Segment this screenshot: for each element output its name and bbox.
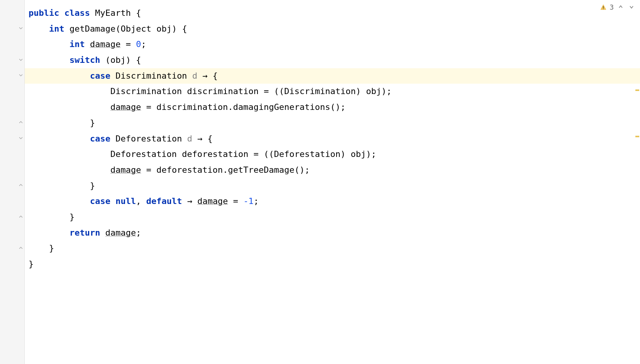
method-name: getDamage (69, 24, 115, 34)
equals: = (141, 165, 156, 175)
variable: damage (90, 39, 120, 49)
variable: deforestation (182, 149, 248, 159)
rest: ) obj); (356, 86, 392, 96)
warning-count: 3 (610, 3, 614, 11)
fold-marker[interactable] (18, 57, 24, 62)
fold-marker[interactable] (18, 72, 24, 78)
svg-rect-1 (603, 8, 604, 9)
code-line[interactable]: switch (obj) { (25, 52, 640, 68)
svg-rect-0 (603, 6, 604, 8)
pattern-variable: d (187, 134, 192, 143)
variable: damage (197, 196, 228, 206)
arrow: → { (192, 134, 213, 143)
type-name: Deforestation (115, 134, 182, 143)
brace: { (131, 8, 141, 18)
code-line[interactable]: int damage = 0; (25, 37, 640, 52)
cast-type: Discrimination (284, 86, 356, 96)
number-literal: 0 (136, 39, 141, 49)
keyword-int: int (49, 24, 64, 34)
param-type: Object (120, 24, 151, 34)
semicolon: ; (141, 39, 146, 49)
semicolon: ; (136, 228, 141, 238)
fold-marker[interactable] (18, 182, 24, 188)
inspection-bar: 3 (600, 3, 635, 11)
arrow: → (182, 196, 197, 206)
type-name: Deforestation (110, 149, 177, 159)
code-line[interactable]: } (25, 256, 640, 272)
fold-marker[interactable] (18, 135, 24, 141)
keyword-switch: switch (69, 55, 100, 65)
dot: . (223, 165, 228, 175)
keyword-public: public (29, 8, 59, 18)
variable: damage (105, 228, 136, 238)
keyword-int: int (69, 39, 85, 49)
rest: (); (295, 165, 310, 175)
rest: ) obj); (340, 149, 376, 159)
code-line[interactable]: } (25, 209, 640, 225)
brace: } (29, 259, 34, 269)
keyword-return: return (69, 228, 100, 238)
keyword-class: class (64, 8, 90, 18)
code-line[interactable]: Discrimination discrimination = ((Discri… (25, 84, 640, 99)
fold-marker[interactable] (18, 214, 24, 219)
brace: ) { (172, 24, 187, 34)
object-ref: discrimination (156, 102, 228, 112)
code-line[interactable]: } (25, 115, 640, 131)
equals: = (141, 102, 156, 112)
method-call: damagingGenerations (233, 102, 330, 112)
keyword-default: default (146, 196, 182, 206)
equals: = (228, 196, 244, 206)
code-line[interactable]: } (25, 241, 640, 256)
fold-marker[interactable] (18, 120, 24, 125)
class-name: MyEarth (95, 8, 131, 18)
arrow: → { (197, 71, 218, 81)
comma: , (136, 196, 146, 206)
code-line[interactable]: damage = discrimination.damagingGenerati… (25, 99, 640, 115)
keyword-case: case (90, 196, 110, 206)
brace: } (69, 212, 74, 222)
equals: = (120, 39, 136, 49)
variable: damage (110, 102, 141, 112)
fold-marker[interactable] (18, 25, 24, 31)
variable: damage (110, 165, 141, 175)
code-line[interactable]: Deforestation deforestation = ((Deforest… (25, 147, 640, 162)
type-name: Discrimination (115, 71, 187, 81)
code-line[interactable]: public class MyEarth { (25, 5, 640, 21)
type-name: Discrimination (110, 86, 182, 96)
cast-type: Deforestation (274, 149, 340, 159)
inspection-prev-icon[interactable] (617, 3, 625, 11)
brace: } (90, 118, 95, 128)
editor-container: 3 public class MyEarth { int getDamage(O… (0, 0, 640, 364)
brace: } (90, 181, 95, 190)
equals: = (( (259, 86, 284, 96)
code-line[interactable]: } (25, 178, 640, 194)
code-line[interactable]: int getDamage(Object obj) { (25, 21, 640, 37)
keyword-null: null (115, 196, 136, 206)
inspection-next-icon[interactable] (628, 3, 635, 11)
code-line[interactable]: case null, default → damage = -1; (25, 194, 640, 209)
number-literal: -1 (243, 196, 254, 206)
param-name: obj (156, 24, 172, 34)
code-line-highlighted[interactable]: case Discrimination d → { (25, 68, 640, 84)
equals: = (( (249, 149, 274, 159)
switch-expr: (obj) { (100, 55, 141, 65)
warning-icon[interactable] (600, 4, 606, 10)
keyword-case: case (90, 71, 110, 81)
dot: . (228, 102, 233, 112)
method-call: getTreeDamage (228, 165, 295, 175)
code-line[interactable]: case Deforestation d → { (25, 131, 640, 147)
code-area[interactable]: 3 public class MyEarth { int getDamage(O… (25, 0, 640, 364)
keyword-case: case (90, 134, 110, 143)
object-ref: deforestation (156, 165, 223, 175)
gutter (0, 0, 25, 364)
code-line[interactable]: return damage; (25, 225, 640, 241)
semicolon: ; (254, 196, 259, 206)
code-line[interactable]: damage = deforestation.getTreeDamage(); (25, 162, 640, 178)
pattern-variable: d (192, 71, 197, 81)
fold-marker[interactable] (18, 245, 24, 251)
brace: } (49, 243, 54, 253)
variable: discrimination (187, 86, 259, 96)
rest: (); (330, 102, 346, 112)
